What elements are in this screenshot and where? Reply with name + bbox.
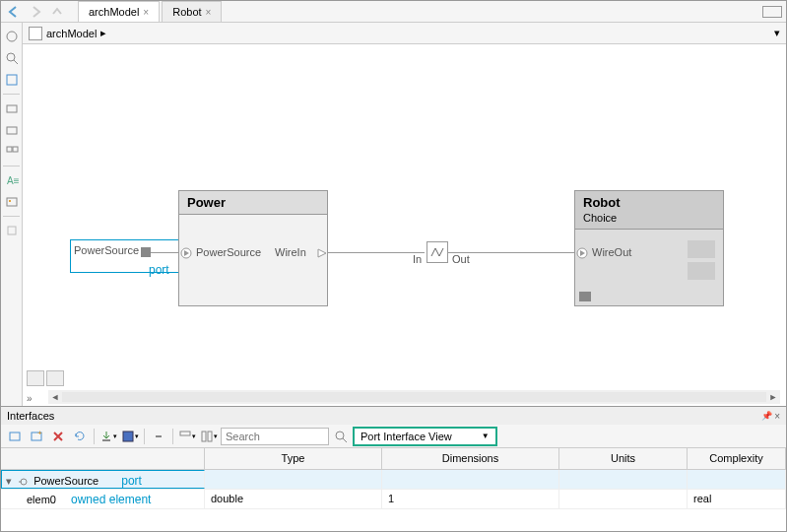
tab-archmodel[interactable]: archModel× xyxy=(78,1,160,22)
col-name[interactable] xyxy=(1,448,205,469)
interfaces-toolbar: + ▾ ▾ ▾ ▾ Port Interface View ▼ xyxy=(1,425,786,448)
interfaces-panel: Interfaces 📌 × + ▾ ▾ ▾ ▾ Port Interface … xyxy=(1,406,786,509)
port-out-icon[interactable] xyxy=(141,247,151,257)
row-annotation: owned element xyxy=(71,493,151,506)
left-toolbar: A≡ xyxy=(1,23,23,406)
variant-node[interactable] xyxy=(426,241,448,263)
interfaces-header: Interfaces 📌 × xyxy=(1,407,786,425)
chevron-right-icon: ▸ xyxy=(100,27,106,39)
svg-line-23 xyxy=(343,438,347,442)
close-panel-icon[interactable]: × xyxy=(774,411,780,422)
scroll-right-icon[interactable]: ► xyxy=(766,392,780,402)
editor-tabs: archModel× Robot× xyxy=(78,1,224,22)
svg-rect-6 xyxy=(7,147,12,152)
wire-1[interactable] xyxy=(151,252,178,253)
col-type[interactable]: Type xyxy=(205,448,382,469)
delete-icon[interactable] xyxy=(48,427,68,446)
wire-3[interactable] xyxy=(448,252,574,253)
svg-point-1 xyxy=(7,53,15,61)
svg-rect-20 xyxy=(202,432,206,441)
breadcrumb-dropdown[interactable]: ▾ xyxy=(774,27,780,39)
add2-icon[interactable]: + xyxy=(27,427,46,446)
svg-line-2 xyxy=(14,60,18,64)
port-row-icon xyxy=(19,477,29,487)
external-port-label: PowerSource xyxy=(74,244,139,256)
nav-back-button[interactable] xyxy=(5,3,23,21)
close-icon[interactable]: × xyxy=(143,7,149,18)
blank-icon[interactable] xyxy=(3,222,21,239)
import-icon[interactable]: ▾ xyxy=(98,427,118,446)
port-annotation: port xyxy=(149,263,169,277)
add-icon[interactable] xyxy=(5,427,25,446)
svg-rect-18 xyxy=(123,432,133,441)
svg-rect-19 xyxy=(180,432,190,435)
scroll-track[interactable] xyxy=(62,392,766,402)
wire-2[interactable] xyxy=(328,252,425,253)
rect2-icon[interactable] xyxy=(3,121,21,139)
svg-rect-21 xyxy=(208,432,212,441)
link-icon[interactable] xyxy=(149,427,168,446)
svg-rect-9 xyxy=(7,198,17,206)
robot-in-label: WireOut xyxy=(592,246,631,258)
port-in-icon[interactable] xyxy=(576,247,588,261)
port-in-icon[interactable] xyxy=(180,247,192,261)
power-in-label: PowerSource xyxy=(196,246,261,258)
col-dimensions[interactable]: Dimensions xyxy=(382,448,559,469)
window-layout-icon[interactable] xyxy=(762,6,782,18)
svg-text:A≡: A≡ xyxy=(7,175,19,186)
grid-header: Type Dimensions Units Complexity xyxy=(1,448,786,470)
port-out-icon[interactable] xyxy=(316,247,328,261)
explorer-icon[interactable] xyxy=(3,28,21,45)
svg-text:+: + xyxy=(37,430,42,437)
save-icon[interactable]: ▾ xyxy=(120,427,140,446)
svg-rect-5 xyxy=(7,127,17,134)
columns-icon[interactable]: ▾ xyxy=(199,427,219,446)
nav-up-button[interactable] xyxy=(48,3,66,21)
text-icon[interactable]: A≡ xyxy=(3,171,21,189)
breadcrumb-model[interactable]: archModel xyxy=(46,28,97,39)
main-area: A≡ archModel ▸ ▾ PowerSource port Power … xyxy=(1,23,786,406)
grid-icon[interactable] xyxy=(3,143,21,161)
col-units[interactable]: Units xyxy=(559,448,688,469)
expand-panel-icon[interactable]: » xyxy=(27,393,33,404)
robot-block-header: RobotChoice xyxy=(575,191,723,230)
scroll-left-icon[interactable]: ◄ xyxy=(48,392,62,402)
fit-icon[interactable] xyxy=(3,71,21,89)
canvas-bottom-icons xyxy=(27,370,64,386)
image-icon[interactable] xyxy=(3,193,21,211)
power-block-header: Power xyxy=(179,191,327,215)
zoom-icon[interactable] xyxy=(3,49,21,67)
svg-rect-3 xyxy=(7,75,17,85)
chevron-down-icon: ▼ xyxy=(482,432,490,440)
hierarchy-icon[interactable] xyxy=(46,370,64,386)
variant-slot xyxy=(688,262,715,280)
search-icon[interactable] xyxy=(331,427,351,446)
col-complexity[interactable]: Complexity xyxy=(688,448,786,469)
close-icon[interactable]: × xyxy=(206,7,212,18)
layers-icon[interactable] xyxy=(27,370,44,386)
svg-point-10 xyxy=(9,200,11,202)
svg-rect-4 xyxy=(7,105,17,112)
svg-point-22 xyxy=(336,432,344,439)
table-row[interactable]: ▾ PowerSource port xyxy=(1,470,786,490)
rect-icon[interactable] xyxy=(3,100,21,117)
table-row[interactable]: elem0 owned element double 1 real xyxy=(1,490,786,509)
model-icon xyxy=(29,27,42,40)
view-mode-dropdown[interactable]: Port Interface View ▼ xyxy=(353,427,497,446)
tab-robot[interactable]: Robot× xyxy=(162,1,222,22)
variant-badge-icon xyxy=(579,292,591,301)
diagram-canvas[interactable]: PowerSource port Power PowerSource WireI… xyxy=(23,44,786,406)
refresh-icon[interactable] xyxy=(70,427,90,446)
search-input[interactable] xyxy=(221,428,329,445)
breadcrumb-bar: archModel ▸ ▾ xyxy=(23,23,786,44)
power-out-label: WireIn xyxy=(275,246,306,258)
nav-forward-button[interactable] xyxy=(27,3,44,21)
pin-icon[interactable]: 📌 xyxy=(761,411,772,422)
horizontal-scrollbar[interactable]: ◄ ► xyxy=(48,390,780,404)
filter-icon[interactable]: ▾ xyxy=(177,427,197,446)
svg-rect-14 xyxy=(10,432,20,440)
top-toolbar: archModel× Robot× xyxy=(1,1,786,23)
collapse-icon[interactable]: ▾ xyxy=(6,475,14,488)
row-annotation: port xyxy=(121,474,142,488)
canvas-wrap: archModel ▸ ▾ PowerSource port Power Pow… xyxy=(23,23,786,406)
